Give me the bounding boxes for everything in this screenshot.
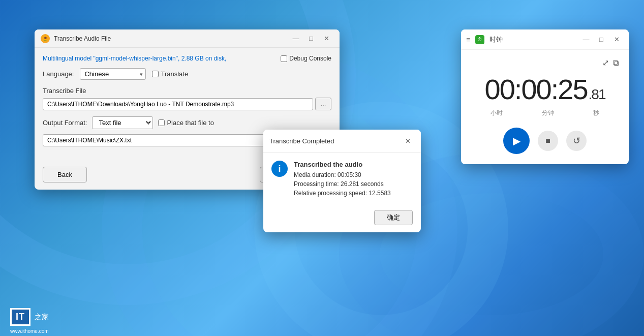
back-button[interactable]: Back (43, 167, 87, 182)
clock-app-icon: ⏱ (475, 35, 484, 44)
hamburger-menu-icon[interactable]: ≡ (466, 36, 470, 44)
clock-expand-button[interactable]: ⤢ (602, 58, 609, 68)
watermark-url: www.ithome.com (10, 328, 49, 334)
output-format-label: Output Format: (43, 119, 87, 127)
clock-top-actions: ⤢ ⧉ (471, 58, 619, 68)
clock-seconds: 25 (558, 73, 587, 106)
translate-checkbox-group: Translate (152, 70, 188, 78)
place-file-checkbox[interactable] (158, 119, 165, 126)
debug-console-label: Debug Console (289, 55, 331, 62)
clock-reset-button[interactable]: ↺ (566, 131, 587, 151)
language-select[interactable]: Chinese English Japanese Korean French (80, 68, 146, 80)
clock-labels: 小时 分钟 秒 (471, 109, 619, 117)
file-input-row: ... (43, 98, 331, 110)
translate-checkbox[interactable] (152, 71, 159, 77)
clock-window: ≡ ⏱ 时钟 — □ ✕ ⤢ ⧉ 00 : 00 : 25 .81 小时 分钟 (461, 29, 629, 164)
transcribe-close-button[interactable]: ✕ (319, 32, 333, 46)
clock-hours: 00 (485, 73, 514, 106)
transcribe-file-section-label: Transcribe File (43, 87, 331, 95)
transcribe-window-titlebar: 🌻 Transcribe Audio File — □ ✕ (35, 29, 340, 48)
transcribe-window-title: Transcribe Audio File (54, 35, 111, 42)
clock-maximize-button[interactable]: □ (594, 33, 608, 47)
clock-display: 00 : 00 : 25 .81 (471, 73, 619, 106)
dialog-message: Transcribed the audio Media duration: 00… (294, 161, 413, 198)
dialog-content: i Transcribed the audio Media duration: … (263, 152, 421, 206)
debug-console-checkbox-group: Debug Console (281, 55, 331, 62)
output-format-select[interactable]: Text file SRT VTT JSON (92, 116, 153, 129)
place-file-label: Place that file to (167, 119, 214, 127)
language-select-wrapper: Chinese English Japanese Korean French (80, 68, 146, 80)
transcribe-window-controls: — □ ✕ (289, 32, 333, 46)
clock-controls: ▶ ■ ↺ (471, 128, 619, 154)
dialog-message-title: Transcribed the audio (294, 161, 413, 168)
clock-content: ⤢ ⧉ 00 : 00 : 25 .81 小时 分钟 秒 ▶ ■ (461, 50, 629, 164)
dialog-close-button[interactable]: ✕ (401, 134, 415, 148)
clock-stop-button[interactable]: ■ (538, 131, 558, 151)
clock-close-button[interactable]: ✕ (609, 33, 624, 47)
clock-pip-button[interactable]: ⧉ (613, 58, 619, 68)
info-icon: i (271, 161, 288, 177)
language-row: Language: Chinese English Japanese Korea… (43, 68, 331, 80)
watermark-logo: IT (10, 308, 30, 326)
dialog-title: Transcribe Completed (269, 137, 334, 145)
dialog-ok-button[interactable]: 确定 (374, 210, 413, 225)
dialog-relative-speed: Relative processing speed: 12.5583 (294, 189, 413, 198)
clock-play-button[interactable]: ▶ (503, 128, 530, 154)
transcribe-minimize-button[interactable]: — (289, 32, 303, 46)
transcribe-maximize-button[interactable]: □ (304, 32, 318, 46)
file-path-input[interactable] (43, 98, 313, 110)
model-info-text: Multilingual model "ggml-model-whisper-l… (43, 55, 226, 62)
clock-window-title: 时钟 (489, 35, 503, 44)
clock-minutes-label: 分钟 (542, 109, 554, 117)
debug-console-checkbox[interactable] (281, 55, 287, 62)
output-format-select-wrapper: Text file SRT VTT JSON (92, 116, 153, 129)
watermark: IT www.ithome.com 之家 (10, 308, 49, 326)
clock-milliseconds: .81 (589, 86, 605, 103)
transcribe-app-icon: 🌻 (41, 34, 50, 43)
dialog-footer: 确定 (263, 206, 421, 232)
clock-window-controls: — □ ✕ (579, 33, 624, 47)
dialog-media-duration: Media duration: 00:05:30 (294, 170, 413, 179)
language-label: Language: (43, 70, 74, 78)
output-format-row: Output Format: Text file SRT VTT JSON Pl… (43, 116, 331, 129)
browse-button[interactable]: ... (315, 98, 331, 110)
dialog-titlebar: Transcribe Completed ✕ (263, 130, 421, 152)
dialog-processing-time: Processing time: 26.281 seconds (294, 179, 413, 189)
model-info-row: Multilingual model "ggml-model-whisper-l… (43, 55, 331, 62)
place-file-checkbox-group: Place that file to (158, 119, 214, 127)
clock-titlebar: ≡ ⏱ 时钟 — □ ✕ (461, 29, 629, 50)
transcribe-completed-dialog: Transcribe Completed ✕ i Transcribed the… (263, 130, 421, 232)
clock-minimize-button[interactable]: — (579, 33, 593, 47)
translate-label: Translate (161, 70, 188, 78)
clock-seconds-label: 秒 (593, 109, 599, 117)
watermark-brand: 之家 (35, 313, 49, 322)
clock-minutes: 00 (521, 73, 550, 106)
clock-hours-label: 小时 (490, 109, 503, 117)
